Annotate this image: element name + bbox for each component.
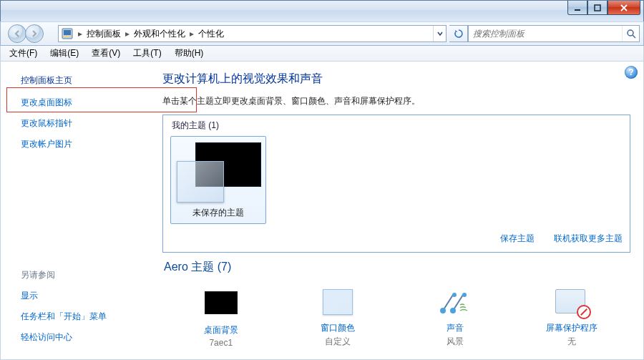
aero-themes-header: Aero 主题 (7) <box>164 260 630 275</box>
menu-file[interactable]: 文件(F) <box>4 46 43 61</box>
back-button[interactable] <box>8 24 26 43</box>
close-button[interactable] <box>608 1 640 15</box>
chevron-down-icon <box>437 31 443 37</box>
menu-help[interactable]: 帮助(H) <box>169 46 210 61</box>
control-panel-icon <box>61 27 74 40</box>
sidebar-link-account-picture[interactable]: 更改帐户图片 <box>21 138 142 150</box>
screensaver-value: 无 <box>529 336 615 348</box>
page-title: 更改计算机上的视觉效果和声音 <box>162 72 630 87</box>
svg-point-11 <box>440 308 446 313</box>
search-button[interactable] <box>622 26 639 42</box>
search-input[interactable] <box>469 29 622 39</box>
svg-rect-3 <box>64 30 71 35</box>
minimize-button[interactable] <box>567 1 587 15</box>
search-box <box>468 25 640 42</box>
maximize-button[interactable] <box>587 1 608 15</box>
desktop-background-button[interactable]: 桌面背景 7aec1 <box>178 288 264 348</box>
theme-caption: 未保存的主题 <box>177 207 260 219</box>
screensaver-icon <box>555 289 588 318</box>
desktop-background-value: 7aec1 <box>178 338 264 348</box>
breadcrumb-separator: ▸ <box>124 29 131 39</box>
window-color-icon <box>321 289 354 318</box>
sounds-label: 声音 <box>412 322 498 334</box>
menu-tools[interactable]: 工具(T) <box>127 46 167 61</box>
sidebar-link-taskbar[interactable]: 任务栏和「开始」菜单 <box>21 311 142 323</box>
get-more-themes-link[interactable]: 联机获取更多主题 <box>554 233 623 243</box>
screensaver-button[interactable]: 屏幕保护程序 无 <box>529 289 615 348</box>
navigation-bar: ▸ 控制面板 ▸ 外观和个性化 ▸ 个性化 <box>0 21 644 46</box>
breadcrumb-separator: ▸ <box>77 29 84 39</box>
theme-unsaved[interactable]: 未保存的主题 <box>170 136 266 224</box>
address-bar[interactable]: ▸ 控制面板 ▸ 外观和个性化 ▸ 个性化 <box>58 25 447 42</box>
svg-point-9 <box>452 293 457 297</box>
disabled-badge-icon <box>577 305 591 319</box>
save-theme-link[interactable]: 保存主题 <box>500 233 535 243</box>
control-panel-home-link[interactable]: 控制面板主页 <box>21 74 142 87</box>
svg-point-12 <box>450 308 456 313</box>
window-titlebar <box>0 0 644 21</box>
svg-rect-1 <box>595 5 600 11</box>
svg-line-6 <box>633 35 635 38</box>
menu-bar: 文件(F) 编辑(E) 查看(V) 工具(T) 帮助(H) <box>0 46 644 62</box>
desktop-background-label: 桌面背景 <box>178 324 264 336</box>
menu-edit[interactable]: 编辑(E) <box>44 46 84 61</box>
address-dropdown[interactable] <box>433 26 446 42</box>
content-body: 控制面板主页 更改桌面图标 更改鼠标指针 更改帐户图片 另请参阅 显示 任务栏和… <box>0 62 644 360</box>
help-button[interactable]: ? <box>625 66 638 79</box>
refresh-icon <box>454 29 464 39</box>
arrow-right-icon <box>30 29 39 38</box>
sounds-button[interactable]: 声音 风景 <box>412 289 498 348</box>
sounds-icon <box>439 289 472 318</box>
breadcrumb-level-1[interactable]: 外观和个性化 <box>131 28 188 40</box>
search-icon <box>626 29 636 39</box>
arrow-left-icon <box>13 29 21 38</box>
window-color-label: 窗口颜色 <box>295 322 381 334</box>
svg-rect-4 <box>64 36 71 37</box>
content-pane: ? 更改计算机上的视觉效果和声音 单击某个主题立即更改桌面背景、窗口颜色、声音和… <box>150 62 643 359</box>
sidebar-link-display[interactable]: 显示 <box>21 290 142 302</box>
theme-thumb-window <box>177 161 224 203</box>
close-icon <box>620 4 628 11</box>
svg-point-10 <box>462 293 467 297</box>
window-color-value: 自定义 <box>295 336 381 348</box>
help-icon: ? <box>628 67 633 77</box>
sidebar: 控制面板主页 更改桌面图标 更改鼠标指针 更改帐户图片 另请参阅 显示 任务栏和… <box>1 62 150 359</box>
sounds-value: 风景 <box>412 336 498 348</box>
window-color-button[interactable]: 窗口颜色 自定义 <box>295 288 381 348</box>
sidebar-link-ease[interactable]: 轻松访问中心 <box>21 331 142 344</box>
page-subtitle: 单击某个主题立即更改桌面背景、窗口颜色、声音和屏幕保护程序。 <box>162 95 630 107</box>
menu-view[interactable]: 查看(V) <box>86 46 126 61</box>
svg-rect-0 <box>575 9 580 11</box>
screensaver-label: 屏幕保护程序 <box>529 322 615 334</box>
my-themes-header: 我的主题 (1) <box>172 120 623 132</box>
personalization-footer: 桌面背景 7aec1 窗口颜色 自定义 <box>162 288 630 348</box>
maximize-icon <box>594 4 601 11</box>
see-also-header: 另请参阅 <box>21 269 142 281</box>
breadcrumb-separator: ▸ <box>188 29 195 39</box>
my-themes-box: 我的主题 (1) 未保存的主题 保存主题 联机获取更多主题 <box>162 115 630 253</box>
desktop-background-icon <box>205 291 238 320</box>
theme-thumbnail <box>177 142 261 203</box>
minimize-icon <box>574 4 581 11</box>
themes-actions: 保存主题 联机获取更多主题 <box>170 233 623 245</box>
sidebar-link-desktop-icons[interactable]: 更改桌面图标 <box>21 97 142 109</box>
svg-point-5 <box>628 30 633 36</box>
sidebar-link-mouse-pointers[interactable]: 更改鼠标指针 <box>21 117 142 130</box>
breadcrumb-level-2[interactable]: 个性化 <box>195 28 227 40</box>
forward-button[interactable] <box>25 24 44 43</box>
refresh-button[interactable] <box>449 25 468 42</box>
window-controls <box>567 1 640 15</box>
nav-arrow-group <box>1 21 51 46</box>
breadcrumb-root[interactable]: 控制面板 <box>84 28 124 40</box>
